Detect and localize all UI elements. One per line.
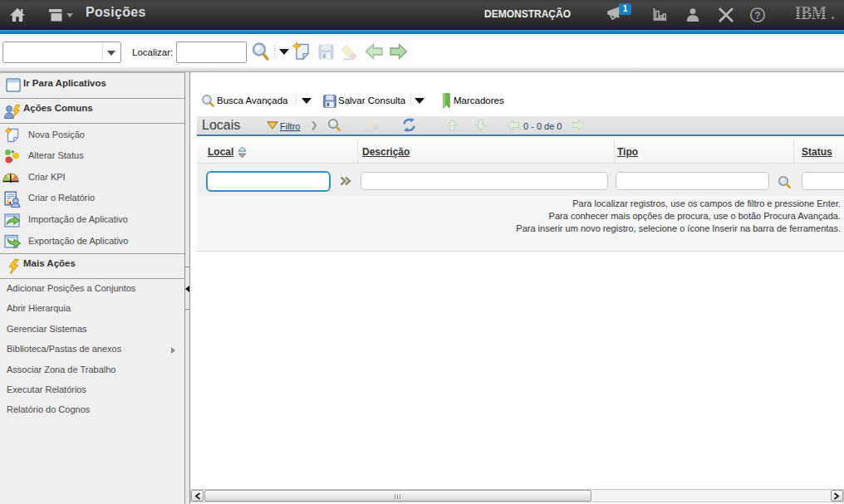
svg-text:IBM: IBM (795, 5, 827, 21)
svg-text:?: ? (754, 10, 760, 22)
